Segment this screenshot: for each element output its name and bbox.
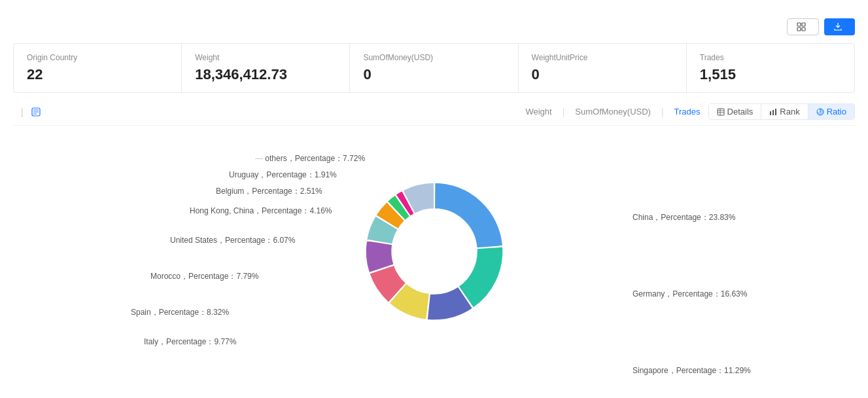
merge-button[interactable] (787, 18, 819, 35)
svg-rect-12 (770, 111, 771, 115)
view-rank-button[interactable]: Rank (761, 104, 808, 119)
label-us: United States，Percentage：6.07% (170, 235, 295, 246)
metric-links: Weight | SumOfMoney(USD) | Trades (525, 107, 700, 117)
stat-card: Trades1,515 (687, 44, 854, 92)
label-spain: Spain，Percentage：8.32% (131, 307, 229, 318)
stat-value: 0 (532, 66, 673, 83)
label-italy: Italy，Percentage：9.77% (144, 336, 236, 348)
stat-label: WeightUnitPrice (532, 53, 673, 62)
stat-value: 0 (363, 66, 504, 83)
details-left: | (13, 107, 43, 117)
label-singapore: Singapore，Percentage：11.29% (633, 365, 842, 376)
stats-row: Origin Country22Weight18,346,412.73SumOf… (13, 43, 855, 93)
export-button[interactable] (824, 18, 855, 35)
svg-rect-3 (802, 27, 805, 31)
details-bar: | Weight | SumOfMoney(USD) | Trades (13, 103, 855, 126)
chart-area: — others，Percentage：7.72% Uruguay，Percen… (13, 134, 855, 369)
label-germany: Germany，Percentage：16.63% (633, 289, 842, 300)
divider: | (21, 107, 24, 117)
svg-rect-8 (718, 109, 724, 115)
svg-rect-2 (797, 27, 801, 31)
stat-label: Origin Country (27, 53, 168, 62)
view-records-link[interactable] (31, 107, 43, 117)
donut-chart (336, 153, 532, 350)
stat-value: 22 (27, 66, 168, 83)
details-right: Weight | SumOfMoney(USD) | Trades Detail… (525, 103, 855, 120)
stat-card: WeightUnitPrice0 (519, 44, 687, 92)
label-belgium: Belgium，Percentage：2.51% (216, 186, 322, 197)
records-icon (31, 107, 41, 117)
metric-trades[interactable]: Trades (674, 107, 701, 117)
stat-value: 18,346,412.73 (195, 66, 336, 83)
metric-weight[interactable]: Weight (525, 107, 551, 117)
stat-card: Origin Country22 (14, 44, 182, 92)
view-ratio-button[interactable]: Ratio (808, 104, 854, 119)
rank-icon (769, 108, 777, 116)
merge-icon (797, 22, 806, 31)
stat-card: Weight18,346,412.73 (182, 44, 350, 92)
left-labels: — others，Percentage：7.72% Uruguay，Percen… (33, 134, 347, 369)
pie-icon (816, 108, 824, 116)
svg-rect-1 (802, 23, 805, 26)
label-uruguay: Uruguay，Percentage：1.91% (229, 170, 337, 181)
svg-rect-14 (775, 109, 776, 115)
view-buttons: Details Rank Ratio (708, 103, 855, 120)
export-icon (833, 22, 842, 31)
page: Origin Country22Weight18,346,412.73SumOf… (0, 0, 868, 398)
label-hongkong: Hong Kong, China，Percentage：4.16% (190, 206, 332, 217)
stat-card: SumOfMoney(USD)0 (350, 44, 518, 92)
stat-value: 1,515 (700, 66, 841, 83)
label-china: China，Percentage：23.83% (633, 212, 842, 223)
donut-segment (434, 183, 502, 248)
toolbar (13, 18, 855, 35)
stat-label: Trades (700, 53, 841, 62)
stat-label: SumOfMoney(USD) (363, 53, 504, 62)
table-icon (717, 108, 725, 116)
view-details-button[interactable]: Details (709, 104, 762, 119)
metric-sumofmoney[interactable]: SumOfMoney(USD) (575, 107, 651, 117)
right-labels: China，Percentage：23.83% Germany，Percenta… (633, 160, 842, 193)
toolbar-actions (787, 18, 855, 35)
stat-label: Weight (195, 53, 336, 62)
label-morocco: Morocco，Percentage：7.79% (150, 271, 258, 282)
svg-rect-13 (773, 110, 774, 115)
svg-rect-0 (797, 23, 801, 26)
